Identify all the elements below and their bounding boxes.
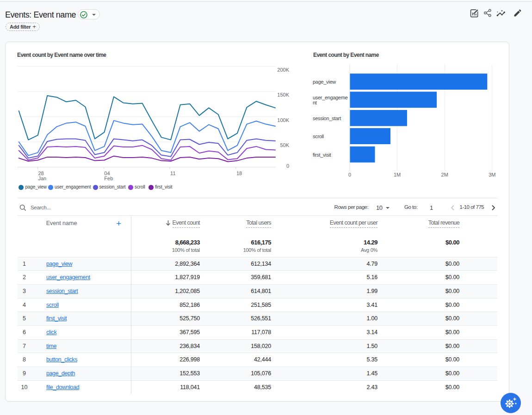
svg-text:Feb: Feb [104, 176, 113, 181]
svg-text:150K: 150K [277, 92, 289, 98]
svg-text:11: 11 [170, 171, 175, 176]
svg-text:0: 0 [348, 172, 351, 177]
svg-text:100K: 100K [277, 117, 289, 123]
svg-text:Jan: Jan [38, 176, 47, 181]
svg-text:2M: 2M [441, 172, 448, 177]
svg-text:3M: 3M [489, 172, 495, 177]
svg-text:0: 0 [286, 163, 289, 169]
svg-text:50K: 50K [280, 142, 289, 148]
svg-text:200K: 200K [277, 67, 289, 73]
svg-text:1M: 1M [394, 172, 401, 177]
svg-text:18: 18 [236, 171, 242, 176]
